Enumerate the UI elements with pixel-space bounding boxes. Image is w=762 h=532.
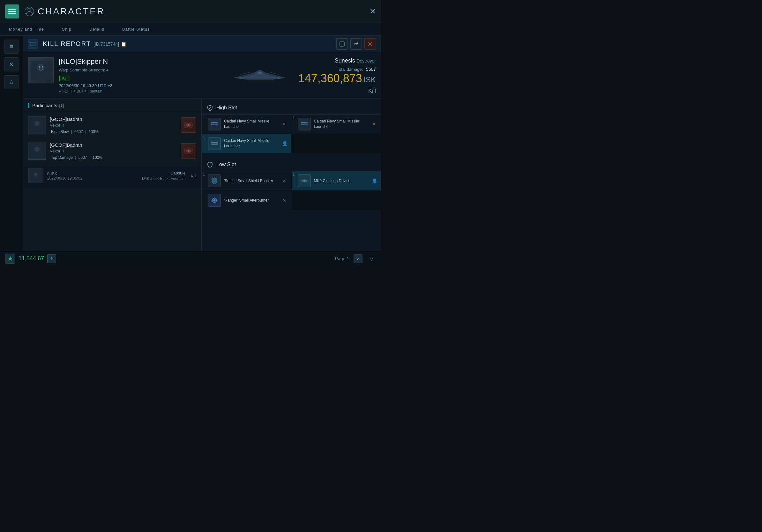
low-slot-item-3[interactable]: 1 'Ranger' Small Afterburner ✕ [202,191,291,210]
low-slot-icon-1 [208,174,221,187]
teaser-location: D4KU-5 < Bull < Fountain [142,176,186,181]
low-slot-grid: 1 'Settler' Small Shield Booster ✕ [202,171,381,210]
weapon-icon-2 [181,143,196,159]
close-kill-report-button[interactable] [364,38,376,50]
add-button[interactable]: + [47,254,56,263]
high-slot-item-1[interactable]: 1 Caldari Navy Small Missile Launcher [202,114,291,134]
sidebar-x-icon[interactable]: ✕ [4,57,19,71]
low-slot-remove-3[interactable]: ✕ [281,196,287,204]
low-slot-name-2: MK9 Cloaking Device [314,178,372,184]
page-info: Page 1 [335,256,349,261]
kill-report-header: KILL REPORT [ID:7315744] 📋 [23,36,381,52]
isk-value: 147,360,873 [298,72,362,85]
svg-rect-31 [301,124,306,125]
participant-item-2[interactable]: [GOOP]Badran Vexor II Top Damage | 5607 … [23,138,201,164]
character-avatar [28,57,54,83]
slot-num-1: 1 [203,116,205,120]
svg-point-21 [188,150,190,152]
damage-label: Total damage: [337,67,363,72]
tab-details[interactable]: Details [80,23,113,35]
sidebar-star-icon[interactable]: ☆ [4,75,19,89]
ship-info: Sunesis Destroyer Total damage: 5607 147… [298,57,376,95]
menu-button[interactable] [5,4,19,19]
ship-name: Sunesis [335,57,355,64]
slots-panel: High Slot 1 [202,99,381,251]
low-slot-title: Low Slot [216,162,236,167]
svg-rect-34 [211,142,218,143]
slot-num-2: 1 [293,116,295,120]
slot-icon-1 [208,118,221,130]
participant-avatar-2 [28,142,46,160]
next-page-button[interactable]: > [353,254,362,263]
svg-rect-30 [301,122,308,123]
blow-type-1: Final Blow [51,129,69,134]
damage-value: 5607 [366,67,376,72]
teaser-date: 2022/06/30 19:05:02 [47,176,142,180]
tab-ship[interactable]: Ship [53,23,80,35]
bottom-value: 11,544.67 [19,255,44,262]
slot-num-3: 1 [203,135,205,139]
low-slot-header: Low Slot [202,158,381,171]
participant-stats-2: Top Damage | 5607 | 100% [50,155,181,160]
high-slot-title: High Slot [216,105,237,111]
svg-point-39 [303,180,305,182]
kill-tag: Kill [59,76,70,81]
kill-header-menu[interactable] [28,39,38,49]
participants-header: Participants [1] [23,99,201,112]
entry-teaser[interactable]: 0 ISK 2022/06/30 19:05:02 Capsule D4KU-5… [23,164,201,187]
low-slot-remove-1[interactable]: ✕ [281,177,287,185]
high-slot-item-2[interactable]: 1 Caldari Navy Small Missile Launcher [292,114,381,134]
svg-point-7 [42,66,43,68]
slot-icon-3 [208,137,221,150]
slot-name-3: Caldari Navy Small Missile Launcher [224,138,282,149]
slot-name-2: Caldari Navy Small Missile Launcher [314,119,371,129]
left-sidebar: ≡ ✕ ☆ [0,36,23,251]
slot-remove-2[interactable]: ✕ [371,120,377,128]
low-slot-name-1: 'Settler' Small Shield Booster [224,178,281,184]
share-button[interactable] [350,38,362,50]
high-slot-grid: 1 Caldari Navy Small Missile Launcher [202,114,381,153]
svg-point-28 [216,124,218,126]
participant-stats-1: Final Blow | 5607 | 100% [50,129,181,134]
teaser-info: 0 ISK 2022/06/30 19:05:02 [47,171,142,180]
high-slot-item-3[interactable]: 1 Caldari Navy Small Missile Launcher [202,134,291,153]
low-slot-num-1: 1 [203,172,205,176]
low-slot-item-2[interactable]: 1 MK9 Cloaking Device 👤 [292,171,381,190]
teaser-kill-label: Kill [191,173,196,178]
kill-report-panel: KILL REPORT [ID:7315744] 📋 [23,36,381,251]
participants-panel: Participants [1] [GOOP]Badran Vexo [23,99,202,251]
low-slot-person-2: 👤 [372,178,377,183]
participant-item[interactable]: [GOOP]Badran Vexor II Final Blow | 5607 … [23,112,201,138]
filter-button[interactable]: ▽ [367,254,376,263]
slot-icon-2 [298,118,311,130]
participant-name-1: [GOOP]Badran [50,116,181,122]
char-info-bar: [NLO]Skipper N Warp Scramble Strength: 4… [23,52,381,99]
participants-title: Participants [32,103,57,108]
app-title: CHARACTER [38,6,105,17]
damage-2: 5607 [79,155,87,160]
svg-point-42 [213,199,215,201]
slot-remove-1[interactable]: ✕ [281,120,287,128]
tab-battle-status[interactable]: Battle Status [113,23,159,35]
nav-tabs: Money and Time Ship Details Battle Statu… [0,23,381,36]
svg-point-6 [38,66,40,68]
low-slot-item-1[interactable]: 1 'Settler' Small Shield Booster ✕ [202,171,291,190]
copy-icon[interactable]: 📋 [121,41,126,46]
svg-point-32 [306,124,308,126]
kill-report-title: KILL REPORT [43,40,91,47]
low-slot-name-3: 'Ranger' Small Afterburner [224,198,281,203]
damage-1: 5607 [74,129,83,134]
bottom-bar: 11,544.67 + Page 1 > ▽ [0,251,381,266]
svg-point-23 [34,172,38,176]
main-area: ≡ ✕ ☆ KILL REPORT [ID:7315744] 📋 [0,36,381,251]
export-button[interactable] [336,38,348,50]
svg-point-17 [35,147,39,152]
participant-ship-2: Vexor II [50,149,181,154]
slot-name-1: Caldari Navy Small Missile Launcher [224,119,281,129]
close-button[interactable]: ✕ [369,7,376,16]
top-bar: CHARACTER ✕ [0,0,381,23]
sidebar-menu-icon[interactable]: ≡ [4,39,19,54]
high-slot-header: High Slot [202,101,381,114]
tab-money-and-time[interactable]: Money and Time [0,23,53,35]
isk-label: ISK [363,75,376,84]
